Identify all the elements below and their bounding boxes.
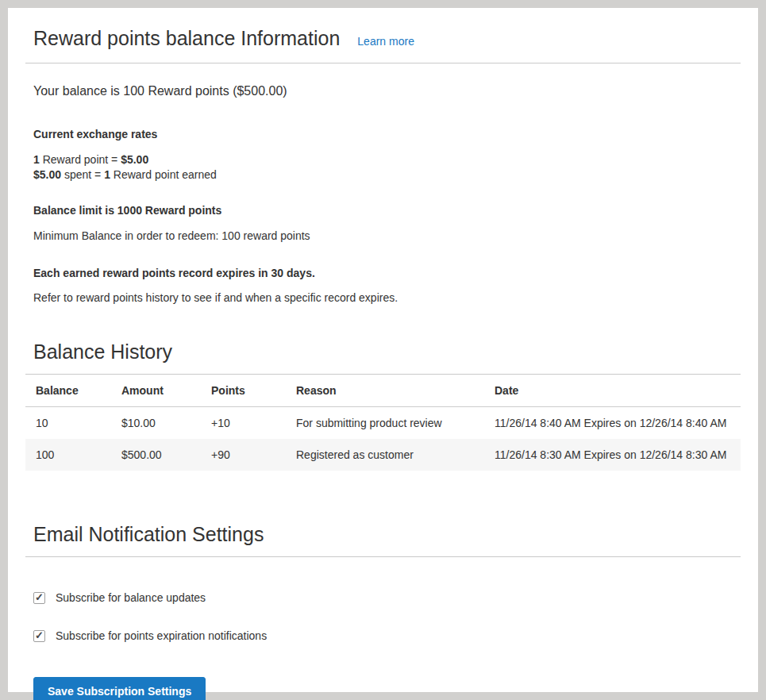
column-header-amount: Amount: [111, 375, 201, 407]
balance-info-section: Your balance is 100 Reward points ($500.…: [25, 84, 741, 304]
subscribe-expiration-checkbox[interactable]: [33, 630, 45, 642]
page-title: Reward points balance Information: [33, 27, 340, 50]
subscribe-balance-checkbox[interactable]: [33, 592, 45, 604]
expiration-hint-text: Refer to reward points history to see if…: [33, 291, 741, 304]
exchange-rates-heading: Current exchange rates: [33, 128, 741, 140]
reward-points-page: Reward points balance Information Learn …: [8, 8, 758, 692]
subscribe-balance-row: Subscribe for balance updates: [33, 591, 741, 604]
table-row: 100 $500.00 +90 Registered as customer 1…: [25, 439, 741, 471]
balance-history-table: Balance Amount Points Reason Date 10 $10…: [25, 375, 741, 471]
expiration-notice-text: Each earned reward points record expires…: [33, 267, 741, 279]
learn-more-link[interactable]: Learn more: [357, 35, 414, 48]
table-header-row: Balance Amount Points Reason Date: [25, 375, 741, 407]
cell-date: 11/26/14 8:30 AM Expires on 12/26/14 8:3…: [484, 439, 741, 471]
column-header-reason: Reason: [286, 375, 484, 407]
cell-balance: 10: [25, 407, 111, 440]
exchange-rates-lines: 1 Reward point = $5.00 $5.00 spent = 1 R…: [33, 152, 741, 183]
column-header-balance: Balance: [25, 375, 111, 407]
balance-summary: Your balance is 100 Reward points ($500.…: [33, 84, 741, 98]
cell-reason: For submitting product review: [286, 407, 484, 440]
cell-date: 11/26/14 8:40 AM Expires on 12/26/14 8:4…: [484, 407, 741, 440]
page-header: Reward points balance Information Learn …: [25, 19, 741, 63]
column-header-points: Points: [201, 375, 286, 407]
cell-amount: $10.00: [111, 407, 201, 440]
cell-balance: 100: [25, 439, 111, 471]
table-row: 10 $10.00 +10 For submitting product rev…: [25, 407, 741, 440]
subscribe-expiration-label[interactable]: Subscribe for points expiration notifica…: [56, 629, 267, 642]
minimum-balance-text: Minimum Balance in order to redeem: 100 …: [33, 229, 741, 242]
email-settings-header: Email Notification Settings: [25, 523, 741, 557]
save-subscription-settings-button[interactable]: Save Subscription Settings: [33, 677, 206, 700]
cell-amount: $500.00: [111, 439, 201, 471]
cell-points: +90: [201, 439, 286, 471]
exchange-rate-line-1: 1 Reward point = $5.00: [33, 152, 741, 167]
balance-history-title: Balance History: [33, 340, 741, 363]
subscribe-balance-label[interactable]: Subscribe for balance updates: [56, 591, 206, 604]
email-settings-title: Email Notification Settings: [33, 523, 741, 546]
balance-history-header: Balance History: [25, 340, 741, 375]
cell-reason: Registered as customer: [286, 439, 484, 471]
subscribe-expiration-row: Subscribe for points expiration notifica…: [33, 629, 741, 642]
cell-points: +10: [201, 407, 286, 440]
balance-limit-text: Balance limit is 1000 Reward points: [33, 204, 741, 217]
column-header-date: Date: [484, 375, 741, 407]
exchange-rate-line-2: $5.00 spent = 1 Reward point earned: [33, 167, 741, 183]
